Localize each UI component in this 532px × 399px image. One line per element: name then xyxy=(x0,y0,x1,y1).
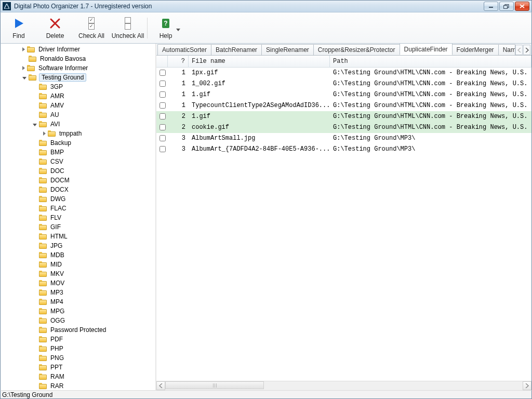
tab-foldermerger[interactable]: FolderMerger xyxy=(452,44,499,55)
tree-item[interactable]: BMP xyxy=(1,148,155,157)
tree-item[interactable]: 3GP xyxy=(1,82,155,91)
grid-row[interactable]: 2cookie.gifG:\Testing Ground\HTML\CNN.co… xyxy=(156,122,531,133)
tree-item[interactable]: CSV xyxy=(1,157,155,166)
tree-item[interactable]: Software Informer xyxy=(1,63,155,73)
tree-item[interactable]: MKV xyxy=(1,269,155,278)
tree-item[interactable]: MOV xyxy=(1,278,155,288)
grid-row[interactable]: 11px.gifG:\Testing Ground\HTML\CNN.com -… xyxy=(156,68,531,78)
chevron-right-icon[interactable] xyxy=(22,66,25,70)
chevron-right-icon[interactable] xyxy=(22,47,25,51)
grid-row[interactable]: 21.gifG:\Testing Ground\HTML\CNN.com - B… xyxy=(156,111,531,122)
tree-item[interactable]: PNG xyxy=(1,353,155,363)
row-checkbox[interactable] xyxy=(159,81,166,87)
tree-item[interactable]: MP3 xyxy=(1,288,155,297)
tree-item[interactable]: DOC xyxy=(1,166,155,176)
tree-item[interactable]: Password Protected xyxy=(1,325,155,335)
app-icon xyxy=(3,2,11,10)
tree-item[interactable]: AU xyxy=(1,110,155,119)
tree-item[interactable]: tmppath xyxy=(1,129,155,138)
tree-item[interactable]: DWG xyxy=(1,194,155,204)
window-title: Digital Photo Organizer 1.7 - Unregister… xyxy=(14,3,152,10)
check-all-icon: ✓ ✓ xyxy=(85,17,98,30)
tree-item[interactable]: PPT xyxy=(1,363,155,372)
tab-batchrenamer[interactable]: BatchRenamer xyxy=(211,44,262,55)
chevron-down-icon[interactable] xyxy=(33,124,37,126)
col-path[interactable]: Path xyxy=(330,56,531,67)
scroll-thumb[interactable] xyxy=(165,381,264,389)
tree-item[interactable]: Backup xyxy=(1,138,155,148)
toolbar: Find Delete ✓ ✓ Check All Uncheck All xyxy=(0,12,532,44)
tabstrip: AutomaticSorterBatchRenamerSingleRenamer… xyxy=(156,44,531,56)
tree-item[interactable]: RAR xyxy=(1,381,155,390)
tree-item[interactable]: AVI xyxy=(1,119,155,129)
grid-row[interactable]: 1TypecountClientType2ASegAModAdID36...G:… xyxy=(156,100,531,111)
find-button[interactable]: Find xyxy=(1,13,37,43)
row-checkbox[interactable] xyxy=(159,91,166,98)
grid-row[interactable]: 3AlbumArt_{7ADFD4A2-84BF-40E5-A936-...G:… xyxy=(156,144,531,155)
grid-row[interactable]: 11.gifG:\Testing Ground\HTML\CNN.com - B… xyxy=(156,89,531,100)
row-filename: AlbumArt_{7ADFD4A2-84BF-40E5-A936-... xyxy=(189,145,330,153)
tab-scroll-right[interactable] xyxy=(523,45,530,55)
tree-item-label: DOCM xyxy=(49,177,71,184)
tab-duplicatefinder[interactable]: DuplicateFinder xyxy=(400,44,453,55)
tree-item[interactable]: PHP xyxy=(1,344,155,353)
grid-row[interactable]: 11_002.gifG:\Testing Ground\HTML\CNN.com… xyxy=(156,78,531,89)
tree-item[interactable]: MP4 xyxy=(1,297,155,307)
scroll-left-button[interactable] xyxy=(156,381,165,390)
tree-item[interactable]: Ronaldo Bavosa xyxy=(1,54,155,63)
statusbar: G:\Testing Ground xyxy=(0,390,532,399)
close-button[interactable] xyxy=(515,2,529,11)
tree-item-label: HTML xyxy=(49,233,69,240)
tree-item[interactable]: Driver Informer xyxy=(1,45,155,54)
grid-header[interactable]: ? File name Path xyxy=(156,56,531,68)
tree-item[interactable]: FLV xyxy=(1,213,155,222)
folder-tree[interactable]: Driver InformerRonaldo BavosaSoftware In… xyxy=(1,44,156,390)
delete-button[interactable]: Delete xyxy=(37,13,73,43)
tree-item[interactable]: MDB xyxy=(1,250,155,260)
tree-item[interactable]: FLAC xyxy=(1,204,155,213)
tree-item[interactable]: RAM xyxy=(1,372,155,381)
tab-singlerenamer[interactable]: SingleRenamer xyxy=(261,44,314,55)
col-file-name[interactable]: File name xyxy=(189,56,330,67)
folder-icon xyxy=(39,149,47,156)
help-button[interactable]: ? Help xyxy=(149,13,191,43)
tab-scroll-left[interactable] xyxy=(515,45,523,55)
row-checkbox[interactable] xyxy=(159,124,166,130)
tree-item[interactable]: OGG xyxy=(1,316,155,325)
grid-row[interactable]: 3AlbumArtSmall.jpgG:\Testing Ground\MP3\ xyxy=(156,133,531,144)
tree-item[interactable]: AMV xyxy=(1,101,155,110)
chevron-down-icon[interactable] xyxy=(22,77,26,79)
folder-icon xyxy=(39,177,47,184)
folder-icon xyxy=(39,140,47,147)
tab-namerepla[interactable]: NameRepla xyxy=(498,44,515,55)
tree-item[interactable]: MPG xyxy=(1,307,155,316)
horizontal-scrollbar[interactable] xyxy=(156,381,531,390)
tree-item[interactable]: AMR xyxy=(1,91,155,101)
row-checkbox[interactable] xyxy=(159,146,166,152)
tree-item-label: DOC xyxy=(49,167,65,175)
folder-icon xyxy=(39,102,47,109)
tree-item[interactable]: JPG xyxy=(1,241,155,250)
tab-automaticsorter[interactable]: AutomaticSorter xyxy=(157,44,211,55)
tree-item[interactable]: MID xyxy=(1,260,155,269)
tab-cropper-resizer-protector[interactable]: Cropper&Resizer&Protector xyxy=(313,44,400,55)
chevron-right-icon[interactable] xyxy=(43,131,46,136)
tree-item[interactable]: Testing Ground xyxy=(1,73,155,82)
tree-item[interactable]: GIF xyxy=(1,222,155,232)
folder-icon xyxy=(39,158,47,165)
tree-item[interactable]: DOCM xyxy=(1,176,155,185)
tree-item[interactable]: DOCX xyxy=(1,185,155,194)
check-all-button[interactable]: ✓ ✓ Check All xyxy=(73,13,110,43)
scroll-right-button[interactable] xyxy=(523,381,531,390)
col-group[interactable]: ? xyxy=(168,56,189,67)
maximize-button[interactable] xyxy=(499,2,514,11)
uncheck-all-button[interactable]: Uncheck All xyxy=(110,13,146,43)
minimize-button[interactable] xyxy=(484,2,498,11)
tree-item[interactable]: HTML xyxy=(1,232,155,241)
row-group: 3 xyxy=(168,145,189,153)
tree-item[interactable]: PDF xyxy=(1,335,155,344)
row-checkbox[interactable] xyxy=(159,102,166,109)
row-checkbox[interactable] xyxy=(159,135,166,141)
row-checkbox[interactable] xyxy=(159,70,166,76)
row-checkbox[interactable] xyxy=(159,113,166,119)
